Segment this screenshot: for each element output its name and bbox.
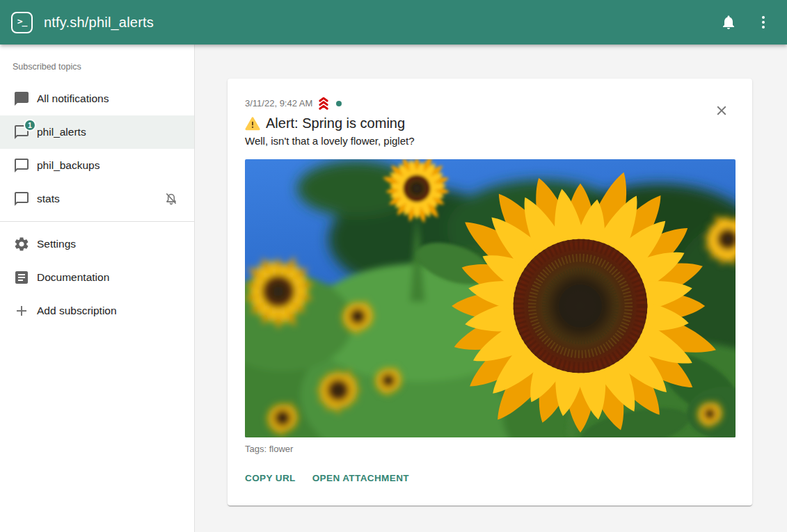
page-title: ntfy.sh/phil_alerts bbox=[44, 15, 715, 31]
chat-bubble-filled-icon bbox=[13, 90, 30, 107]
priority-max-icon bbox=[316, 97, 331, 110]
kebab-menu-icon bbox=[755, 14, 772, 31]
sidebar-item-documentation[interactable]: Documentation bbox=[0, 261, 194, 294]
sidebar-item-phil-backups[interactable]: phil_backups bbox=[0, 149, 194, 182]
sidebar-item-stats[interactable]: stats bbox=[0, 182, 194, 216]
sidebar-item-label: All notifications bbox=[37, 92, 109, 105]
unread-count-badge: 1 bbox=[24, 119, 36, 131]
sidebar-item-all-notifications[interactable]: All notifications bbox=[0, 82, 194, 115]
sidebar-divider bbox=[0, 221, 194, 222]
close-icon bbox=[714, 103, 729, 118]
copy-url-button[interactable]: COPY URL bbox=[241, 469, 300, 487]
sidebar-item-label: stats bbox=[37, 193, 60, 205]
subscribed-topics-label: Subscribed topics bbox=[13, 62, 194, 72]
notification-meta: 3/11/22, 9:42 AM bbox=[245, 97, 736, 110]
notifications-off-icon bbox=[164, 191, 179, 207]
notification-card: 3/11/22, 9:42 AM Alert: Spring is coming… bbox=[228, 79, 752, 506]
unread-dot bbox=[336, 101, 342, 106]
app-bar: >_ ntfy.sh/phil_alerts bbox=[0, 0, 787, 45]
document-icon bbox=[13, 269, 30, 286]
bell-icon bbox=[720, 14, 737, 31]
sidebar: Subscribed topics All notifications 1 ph… bbox=[0, 45, 195, 532]
notification-timestamp: 3/11/22, 9:42 AM bbox=[245, 98, 312, 108]
logo-glyph: >_ bbox=[17, 16, 27, 26]
chat-bubble-outline-icon bbox=[13, 157, 30, 174]
ntfy-app: >_ ntfy.sh/phil_alerts Subscribed topics… bbox=[0, 0, 787, 532]
sidebar-item-settings[interactable]: Settings bbox=[0, 227, 194, 261]
sidebar-item-label: Settings bbox=[37, 238, 76, 250]
notification-body: Well, isn't that a lovely flower, piglet… bbox=[245, 135, 736, 147]
notifications-bell-button[interactable] bbox=[715, 8, 742, 36]
overflow-menu-button[interactable] bbox=[749, 8, 777, 36]
sidebar-item-label: Add subscription bbox=[37, 305, 117, 317]
sidebar-item-label: phil_backups bbox=[37, 159, 100, 172]
plus-icon bbox=[13, 303, 30, 319]
chat-bubble-outline-icon bbox=[13, 191, 30, 207]
sidebar-item-phil-alerts[interactable]: 1 phil_alerts bbox=[0, 115, 194, 149]
ntfy-logo-icon: >_ bbox=[11, 12, 33, 33]
open-attachment-button[interactable]: OPEN ATTACHMENT bbox=[308, 469, 413, 487]
sidebar-item-label: phil_alerts bbox=[37, 126, 86, 138]
notification-tags: Tags: flower bbox=[245, 444, 736, 454]
close-notification-button[interactable] bbox=[708, 97, 736, 124]
gear-icon bbox=[13, 236, 30, 252]
warning-triangle-icon bbox=[245, 116, 260, 131]
sidebar-item-label: Documentation bbox=[37, 271, 109, 284]
main-content: 3/11/22, 9:42 AM Alert: Spring is coming… bbox=[195, 45, 787, 532]
chat-bubble-outline-icon: 1 bbox=[13, 124, 30, 140]
notification-title: Alert: Spring is coming bbox=[266, 115, 405, 131]
notification-title-row: Alert: Spring is coming bbox=[245, 115, 736, 131]
sidebar-item-add-subscription[interactable]: Add subscription bbox=[0, 294, 194, 328]
notification-actions: COPY URL OPEN ATTACHMENT bbox=[245, 469, 736, 487]
attachment-image[interactable] bbox=[245, 159, 736, 437]
